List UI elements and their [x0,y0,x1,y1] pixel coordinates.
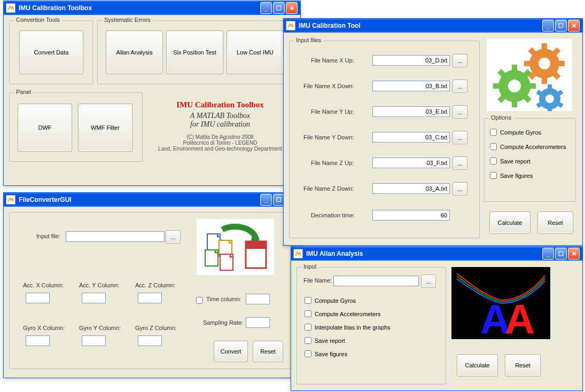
reset-button[interactable]: Reset [537,211,573,234]
minimize-button[interactable]: _ [260,194,272,206]
compute-gyros-checkbox[interactable] [490,129,497,136]
checkbox-label: Save figures [315,351,347,357]
window-imu-calibration-toolbox: IMU Calibration Toolbox _ ☐ ✕ Convertion… [3,1,301,186]
accy-label: Acc. Y Column: [79,282,119,288]
subtitle-text: for IMU calibration [148,120,292,129]
convert-data-button[interactable]: Convert Data [19,30,83,74]
save-report-checkbox[interactable] [305,337,311,344]
close-button[interactable]: ✕ [568,248,580,260]
gyrox-field[interactable] [26,335,50,346]
maximize-button[interactable]: ☐ [555,20,567,32]
browse-button[interactable]: ... [453,105,467,119]
save-report-checkbox[interactable] [490,158,497,164]
file-name-field[interactable] [333,276,419,286]
gyroy-field[interactable] [82,335,106,346]
compute-accel-checkbox[interactable] [305,310,311,317]
close-button[interactable]: ✕ [568,20,580,32]
svg-point-39 [545,95,554,103]
matlab-icon [6,3,15,13]
xdown-field[interactable] [372,81,450,91]
group-panel: Panel DWF WMF Filter [9,92,143,162]
browse-button[interactable]: ... [421,275,436,288]
window-title: IMU Calibration Toolbox [19,4,92,12]
input-file-field[interactable] [66,231,165,242]
xdown-label: File Name X Down: [303,83,354,89]
matlab-icon [6,195,15,205]
gyrox-label: Gyro X Column: [23,325,65,331]
time-column-checkbox[interactable] [196,297,203,304]
main-title-text: IMU Calibration Toolbox [148,100,292,109]
browse-button[interactable]: ... [453,182,467,195]
browse-button[interactable]: ... [453,54,467,67]
sampling-label: Sampling Rate: [203,319,243,326]
dwf-button[interactable]: DWF [18,104,72,152]
decim-field[interactable] [372,210,450,221]
accz-field[interactable] [138,293,162,303]
accx-field[interactable] [26,293,50,303]
checkbox-label: Save report [500,158,531,164]
zdown-field[interactable] [372,183,450,194]
browse-button[interactable]: ... [166,230,181,244]
low-cost-imu-button[interactable]: Low Cost IMU [227,30,284,74]
reset-button[interactable]: Reset [505,354,541,377]
group-fileconv: Input file: ... [9,212,292,369]
save-figures-checkbox[interactable] [490,172,497,179]
titlebar[interactable]: IMU Allan Analysis _ ☐ ✕ [291,247,582,261]
calculate-button[interactable]: Calculate [489,211,531,234]
checkbox-label: Save figures [500,173,533,179]
browse-button[interactable]: ... [453,131,467,144]
browse-button[interactable]: ... [453,80,467,93]
svg-rect-17 [542,76,547,84]
accy-field[interactable] [82,293,106,303]
titlebar[interactable]: IMU Calibration Toolbox _ ☐ ✕ [4,1,300,15]
browse-button[interactable]: ... [453,156,467,170]
accz-label: Acc. Z Column: [135,282,175,288]
gyroz-field[interactable] [138,335,162,346]
compute-accel-checkbox[interactable] [490,143,497,150]
maximize-button[interactable]: ☐ [555,248,567,260]
titlebar[interactable]: IMU Calibration Tool _ ☐ ✕ [284,19,582,33]
convert-button[interactable]: Convert [214,341,248,362]
checkbox-label: Compute Gyros [500,129,541,136]
group-legend: Options [489,114,513,121]
svg-point-31 [508,80,521,92]
allan-analysis-button[interactable]: Allan Analysis [106,30,163,74]
six-position-test-button[interactable]: Six Position Test [166,30,223,74]
interpolate-bias-checkbox[interactable] [305,324,311,331]
minimize-button[interactable]: _ [542,248,554,260]
calculate-button[interactable]: Calculate [457,354,498,377]
ydown-label: File Name Y Down: [303,134,354,140]
decim-label: Decimation time: [311,212,355,218]
group-legend: Input files [294,37,323,43]
maximize-button[interactable]: ☐ [273,2,285,14]
save-figures-checkbox[interactable] [305,350,311,357]
zup-field[interactable] [372,158,450,168]
checkbox-label: Compute Gyros [315,297,356,304]
close-button[interactable]: ✕ [286,2,298,14]
credit-text: Land, Environment and Geo-technology Dep… [148,146,292,152]
file-name-label: File Name: [303,277,332,284]
svg-rect-19 [524,61,532,66]
compute-gyros-checkbox[interactable] [305,297,311,304]
sampling-field[interactable] [246,317,270,328]
titlebar[interactable]: FileConverterGUI _ ☐ ✕ [4,193,300,207]
file-convert-graphic [197,219,274,275]
group-legend: Panel [14,89,33,95]
minimize-button[interactable]: _ [542,20,554,32]
reset-button[interactable]: Reset [253,341,283,362]
group-conversion-tools: Convertion Tools Convert Data [9,20,93,84]
zup-label: File Name Z Up: [311,160,354,166]
wmf-filter-button[interactable]: WMF Filter [78,104,132,152]
group-input: Input File Name: ... Compute Gyros Compu… [297,267,446,385]
timecol-label: Time column: [206,296,241,302]
yup-field[interactable] [372,106,450,117]
minimize-button[interactable]: _ [260,2,272,14]
ydown-field[interactable] [372,132,450,143]
svg-point-21 [539,58,550,69]
zdown-label: File Name Z Down: [303,185,354,192]
group-legend: Input [301,263,318,270]
matlab-icon [286,21,295,30]
xup-field[interactable] [372,55,450,66]
timecol-field[interactable] [246,294,270,304]
subtitle-text: A MATLAB Toolbox [148,112,292,120]
